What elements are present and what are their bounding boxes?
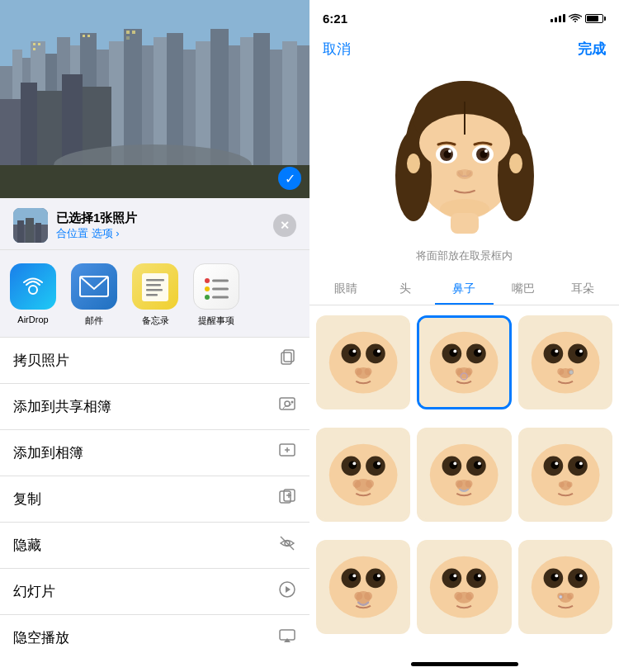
hide-icon bbox=[278, 534, 296, 556]
slideshow-icon bbox=[278, 580, 296, 603]
svg-rect-35 bbox=[87, 35, 90, 37]
svg-point-174 bbox=[354, 592, 362, 600]
share-header: 已选择1张照片 合位置 选项 › ✕ bbox=[0, 198, 310, 250]
svg-point-112 bbox=[450, 348, 458, 357]
tab-head[interactable]: 头 bbox=[376, 275, 435, 305]
svg-rect-38 bbox=[126, 36, 130, 40]
app-item-notes[interactable]: 备忘录 bbox=[132, 263, 178, 327]
memoji-face bbox=[382, 77, 547, 242]
svg-point-172 bbox=[377, 574, 380, 577]
svg-point-186 bbox=[465, 592, 474, 600]
tab-ears[interactable]: 耳朵 bbox=[553, 275, 612, 305]
nose-option-3[interactable] bbox=[518, 315, 612, 409]
city-svg bbox=[0, 0, 310, 198]
status-time-right: 6:21 bbox=[323, 12, 347, 26]
nose-option-2[interactable] bbox=[417, 315, 511, 409]
svg-point-166 bbox=[329, 556, 398, 618]
nose-option-6[interactable] bbox=[518, 428, 612, 522]
svg-point-129 bbox=[557, 368, 564, 375]
airdrop-label: AirDrop bbox=[17, 315, 48, 324]
action-add-album[interactable]: 添加到相簿 bbox=[0, 430, 310, 476]
action-shared-album-label: 添加到共享相簿 bbox=[13, 397, 111, 416]
action-airplay[interactable]: 隐空播放 bbox=[0, 615, 310, 660]
svg-point-188 bbox=[531, 556, 599, 618]
cancel-button[interactable]: 取消 bbox=[323, 40, 351, 59]
airplay-icon bbox=[278, 627, 296, 649]
svg-point-197 bbox=[567, 593, 574, 599]
svg-point-185 bbox=[455, 592, 463, 600]
action-copy-photo[interactable]: 拷贝照片 bbox=[0, 338, 310, 384]
svg-point-158 bbox=[550, 461, 559, 469]
svg-point-171 bbox=[352, 574, 356, 577]
svg-point-98 bbox=[329, 332, 398, 394]
svg-point-192 bbox=[575, 573, 584, 581]
svg-point-161 bbox=[579, 461, 583, 465]
status-icons-right bbox=[550, 13, 606, 23]
action-duplicate-label: 复制 bbox=[13, 490, 41, 509]
app-item-mail[interactable]: 邮件 bbox=[71, 263, 117, 327]
add-album-icon bbox=[278, 442, 296, 464]
svg-point-194 bbox=[579, 574, 583, 577]
share-title: 已选择1张照片 bbox=[56, 211, 137, 226]
svg-rect-50 bbox=[146, 294, 158, 296]
svg-rect-49 bbox=[146, 289, 163, 291]
svg-rect-52 bbox=[212, 280, 229, 282]
share-header-left: 已选择1张照片 合位置 选项 › bbox=[13, 208, 137, 243]
left-panel: 6:19 bbox=[0, 0, 310, 672]
svg-rect-56 bbox=[212, 296, 229, 299]
nose-option-5[interactable] bbox=[417, 428, 511, 522]
action-duplicate[interactable]: 复制 bbox=[0, 476, 310, 523]
svg-point-125 bbox=[575, 348, 584, 357]
svg-point-124 bbox=[550, 348, 559, 357]
svg-point-180 bbox=[450, 573, 458, 581]
tab-eyes[interactable]: 眼睛 bbox=[316, 275, 376, 305]
action-slideshow[interactable]: 幻灯片 bbox=[0, 569, 310, 615]
app-item-airdrop[interactable]: AirDrop bbox=[10, 263, 56, 327]
mail-label: 邮件 bbox=[85, 315, 103, 327]
svg-point-106 bbox=[355, 368, 362, 376]
share-thumbnail bbox=[13, 208, 48, 243]
photo-preview: 6:19 bbox=[0, 0, 310, 198]
svg-point-88 bbox=[484, 149, 488, 153]
nose-option-8[interactable] bbox=[417, 540, 511, 634]
svg-rect-36 bbox=[126, 31, 130, 34]
svg-point-92 bbox=[407, 154, 420, 173]
city-photo bbox=[0, 0, 310, 198]
svg-point-148 bbox=[474, 461, 482, 469]
copy-photo-icon bbox=[278, 349, 296, 371]
notes-svg-icon bbox=[139, 269, 171, 304]
tab-mouth[interactable]: 嘴巴 bbox=[494, 275, 553, 305]
apps-row: AirDrop 邮件 备忘录 bbox=[0, 250, 310, 338]
close-button[interactable]: ✕ bbox=[273, 214, 296, 237]
done-button[interactable]: 完成 bbox=[578, 40, 606, 59]
svg-rect-37 bbox=[132, 31, 135, 34]
duplicate-icon bbox=[278, 488, 296, 510]
svg-point-127 bbox=[579, 349, 583, 353]
action-add-album-label: 添加到相簿 bbox=[13, 443, 83, 462]
share-subtitle: 合位置 选项 › bbox=[56, 226, 137, 241]
svg-point-159 bbox=[575, 461, 584, 469]
svg-point-101 bbox=[348, 348, 357, 357]
action-shared-album[interactable]: 添加到共享相簿 bbox=[0, 384, 310, 430]
nose-options-grid bbox=[310, 305, 619, 655]
nose-option-9[interactable] bbox=[518, 540, 612, 634]
nose-option-7[interactable] bbox=[316, 540, 410, 634]
nose-option-4[interactable] bbox=[316, 428, 410, 522]
svg-point-61 bbox=[291, 401, 294, 404]
svg-point-141 bbox=[352, 480, 361, 488]
app-item-reminders[interactable]: 提醒事项 bbox=[193, 263, 239, 327]
svg-point-137 bbox=[373, 461, 381, 469]
svg-point-198 bbox=[559, 595, 562, 599]
action-hide[interactable]: 隐藏 bbox=[0, 523, 310, 569]
action-slideshow-label: 幻灯片 bbox=[13, 582, 55, 601]
feature-tabs: 眼睛 头 鼻子 嘴巴 耳朵 bbox=[310, 275, 619, 305]
svg-point-177 bbox=[430, 556, 499, 618]
signal-icon bbox=[550, 14, 565, 22]
svg-point-60 bbox=[285, 401, 290, 406]
svg-point-121 bbox=[531, 332, 599, 394]
svg-point-102 bbox=[373, 348, 381, 357]
svg-rect-48 bbox=[146, 284, 161, 286]
share-subtitle-link[interactable]: 选项 › bbox=[92, 227, 120, 239]
nose-option-1[interactable] bbox=[316, 315, 410, 409]
tab-nose[interactable]: 鼻子 bbox=[435, 275, 494, 305]
